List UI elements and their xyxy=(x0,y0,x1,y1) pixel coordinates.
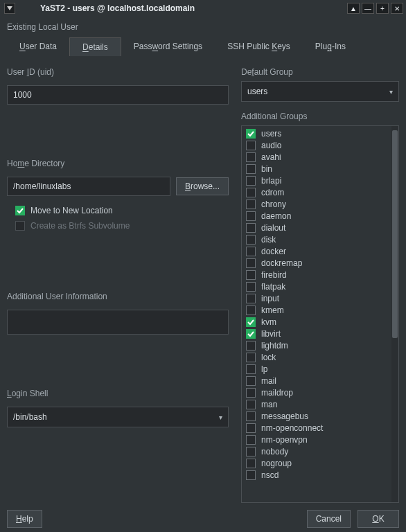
group-checkbox[interactable] xyxy=(246,129,256,139)
group-item[interactable]: man xyxy=(243,398,389,410)
group-item[interactable]: nm-openvpn xyxy=(243,434,389,445)
group-checkbox[interactable] xyxy=(246,364,256,374)
tab-ssh-public-keys[interactable]: SSH Public Keys xyxy=(215,37,303,56)
group-checkbox[interactable] xyxy=(246,447,256,456)
group-name: bin xyxy=(261,164,272,174)
group-item[interactable]: flatpak xyxy=(243,281,389,292)
group-checkbox[interactable] xyxy=(246,270,256,280)
close-button[interactable]: ✕ xyxy=(391,3,403,14)
group-item[interactable]: kmem xyxy=(243,304,389,316)
group-item[interactable]: audio xyxy=(243,139,389,151)
home-dir-label: Home Directory xyxy=(7,159,229,168)
window-menu-button[interactable] xyxy=(4,3,15,14)
tab-details[interactable]: Details xyxy=(69,37,121,56)
group-checkbox[interactable] xyxy=(246,376,256,386)
move-location-checkbox[interactable] xyxy=(15,206,25,215)
group-checkbox[interactable] xyxy=(246,200,256,209)
minimize-button[interactable]: — xyxy=(362,3,374,14)
group-item[interactable]: nobody xyxy=(243,445,389,457)
group-item[interactable]: docker xyxy=(243,245,389,257)
group-item[interactable]: input xyxy=(243,292,389,304)
group-item[interactable]: lp xyxy=(243,363,389,375)
group-checkbox[interactable] xyxy=(246,223,256,233)
group-item[interactable]: mail xyxy=(243,375,389,387)
group-name: messagebus xyxy=(261,411,308,421)
group-name: nobody xyxy=(261,447,288,456)
group-checkbox[interactable] xyxy=(246,176,256,186)
ok-button[interactable]: OK xyxy=(358,510,399,528)
additional-groups-list: usersaudioavahibinbrlapicdromchronydaemo… xyxy=(241,125,399,503)
group-item[interactable]: brlapi xyxy=(243,175,389,186)
group-checkbox[interactable] xyxy=(246,411,256,421)
group-checkbox[interactable] xyxy=(246,305,256,315)
group-item[interactable]: firebird xyxy=(243,269,389,281)
group-checkbox[interactable] xyxy=(246,388,256,398)
group-checkbox[interactable] xyxy=(246,247,256,256)
groups-scrollbar[interactable] xyxy=(391,126,398,502)
login-shell-select[interactable]: /bin/bash ▾ xyxy=(7,407,229,427)
group-checkbox[interactable] xyxy=(246,459,256,468)
group-checkbox[interactable] xyxy=(246,235,256,245)
group-checkbox[interactable] xyxy=(246,317,256,327)
group-name: disk xyxy=(261,235,276,245)
group-checkbox[interactable] xyxy=(246,188,256,197)
group-item[interactable]: dialout xyxy=(243,222,389,233)
btrfs-subvolume-label: Create as Btrfs Subvolume xyxy=(30,221,130,231)
group-checkbox[interactable] xyxy=(246,353,256,362)
group-item[interactable]: maildrop xyxy=(243,387,389,398)
group-item[interactable]: nm-openconnect xyxy=(243,422,389,434)
group-item[interactable]: bin xyxy=(243,163,389,175)
group-item[interactable]: libvirt xyxy=(243,328,389,339)
group-checkbox[interactable] xyxy=(246,258,256,268)
group-checkbox[interactable] xyxy=(246,164,256,174)
group-item[interactable]: nscd xyxy=(243,469,389,481)
additional-info-input[interactable] xyxy=(7,310,229,335)
group-name: nscd xyxy=(261,470,279,480)
tab-user-data[interactable]: User Data xyxy=(7,37,69,56)
group-name: dialout xyxy=(261,223,285,233)
groups-scrollbar-thumb[interactable] xyxy=(392,130,398,338)
move-location-label: Move to New Location xyxy=(30,206,113,215)
group-name: daemon xyxy=(261,211,291,221)
maximize-button[interactable]: + xyxy=(376,3,389,14)
group-name: nm-openconnect xyxy=(261,423,323,433)
group-checkbox[interactable] xyxy=(246,470,256,480)
group-item[interactable]: lightdm xyxy=(243,339,389,351)
group-name: dockremap xyxy=(261,258,302,268)
group-item[interactable]: nogroup xyxy=(243,457,389,469)
group-checkbox[interactable] xyxy=(246,341,256,351)
group-checkbox[interactable] xyxy=(246,141,256,150)
group-checkbox[interactable] xyxy=(246,152,256,162)
group-item[interactable]: chrony xyxy=(243,198,389,210)
tab-plug-ins[interactable]: Plug-Ins xyxy=(303,37,358,56)
group-item[interactable]: avahi xyxy=(243,151,389,163)
roll-up-button[interactable]: ▲ xyxy=(347,3,360,14)
default-group-select[interactable]: users ▾ xyxy=(241,81,399,102)
help-button[interactable]: Help xyxy=(7,510,42,528)
group-item[interactable]: kvm xyxy=(243,316,389,328)
group-item[interactable]: lock xyxy=(243,351,389,363)
group-checkbox[interactable] xyxy=(246,329,256,339)
group-checkbox[interactable] xyxy=(246,423,256,433)
group-name: maildrop xyxy=(261,388,293,398)
home-dir-input[interactable] xyxy=(7,177,170,196)
cancel-button[interactable]: Cancel xyxy=(307,510,351,528)
group-item[interactable]: cdrom xyxy=(243,186,389,198)
group-checkbox[interactable] xyxy=(246,211,256,221)
tab-password-settings[interactable]: Password Settings xyxy=(121,37,215,56)
additional-info-label: Additional User Information xyxy=(7,292,229,301)
group-checkbox[interactable] xyxy=(246,400,256,409)
group-checkbox[interactable] xyxy=(246,294,256,303)
group-checkbox[interactable] xyxy=(246,435,256,445)
group-item[interactable]: disk xyxy=(243,233,389,245)
group-item[interactable]: daemon xyxy=(243,210,389,222)
uid-input[interactable] xyxy=(7,85,229,105)
group-name: lightdm xyxy=(261,341,288,351)
group-checkbox[interactable] xyxy=(246,282,256,292)
group-item[interactable]: messagebus xyxy=(243,410,389,422)
login-shell-label: Login Shell xyxy=(7,389,229,398)
group-item[interactable]: dockremap xyxy=(243,257,389,269)
group-item[interactable]: users xyxy=(243,127,389,139)
browse-button[interactable]: BBrowse...rowse... xyxy=(176,177,229,195)
svg-marker-0 xyxy=(7,6,12,10)
